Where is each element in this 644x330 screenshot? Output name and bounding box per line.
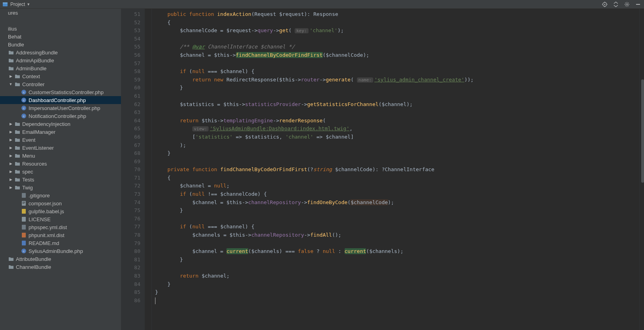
- tree-row[interactable]: ▶Context: [0, 72, 121, 80]
- tree-row[interactable]: .gitignore: [0, 191, 121, 199]
- twisty-icon[interactable]: ▶: [9, 178, 13, 181]
- gear-icon[interactable]: [624, 2, 630, 7]
- tree-row[interactable]: ▼Controller: [0, 80, 121, 88]
- tree-label: AdminBundle: [16, 66, 46, 71]
- tree-row[interactable]: ChannelBundle: [0, 263, 121, 271]
- collapse-icon[interactable]: [613, 2, 619, 7]
- project-dropdown[interactable]: Project ▼: [10, 2, 30, 7]
- tree-label: SyliusAdminBundle.php: [29, 248, 83, 254]
- tree-row[interactable]: phpspec.yml.dist: [0, 223, 121, 231]
- twisty-icon[interactable]: ▶: [9, 154, 13, 158]
- code-line[interactable]: {: [155, 19, 639, 27]
- tree-row[interactable]: ▶Twig: [0, 183, 121, 191]
- folder-icon: [8, 256, 14, 262]
- code-line[interactable]: if (null === $channel) {: [155, 223, 639, 231]
- tree-row[interactable]: CCustomerStatisticsController.php: [0, 88, 121, 96]
- tree-row[interactable]: CNotificationController.php: [0, 112, 121, 120]
- twisty-icon[interactable]: ▶: [9, 146, 13, 150]
- code-line[interactable]: /** @var ChannelInterface $channel */: [155, 43, 639, 51]
- code-line[interactable]: [155, 239, 639, 248]
- line-number: 60: [121, 84, 140, 92]
- code-line[interactable]: view:'SyliusAdminBundle:Dashboard:index.…: [155, 125, 639, 133]
- code-line[interactable]: return $this->templatingEngine->renderRe…: [155, 117, 639, 125]
- twisty-icon[interactable]: ▼: [9, 82, 13, 86]
- minimize-icon[interactable]: [635, 2, 641, 7]
- code-line[interactable]: }: [155, 256, 639, 264]
- tree-row[interactable]: AdminApiBundle: [0, 56, 121, 64]
- tree-row[interactable]: ▶spec: [0, 168, 121, 176]
- code-line[interactable]: [155, 297, 639, 305]
- code-line[interactable]: $channel = $this->findChannelByCodeOrFin…: [155, 51, 639, 60]
- tree-row[interactable]: LICENSE: [0, 215, 121, 223]
- code-line[interactable]: [155, 158, 639, 166]
- code-line[interactable]: }: [155, 206, 639, 215]
- code-line[interactable]: if (null !== $channelCode) {: [155, 190, 639, 199]
- code-line[interactable]: [155, 92, 639, 100]
- tree-row[interactable]: CImpersonateUserController.php: [0, 104, 121, 112]
- target-icon[interactable]: [602, 2, 608, 7]
- tree-row[interactable]: ilius: [0, 25, 121, 33]
- code-line[interactable]: private function findChannelByCodeOrFind…: [155, 166, 639, 174]
- code-line[interactable]: }: [155, 84, 639, 92]
- twisty-icon[interactable]: ▶: [9, 122, 13, 126]
- sidebar-scrollbar[interactable]: [641, 79, 644, 183]
- project-tree[interactable]: uresilius Behat BundleAddressingBundleAd…: [0, 9, 121, 330]
- tree-row[interactable]: composer.json: [0, 199, 121, 207]
- tree-row[interactable]: Behat: [0, 33, 121, 41]
- tree-row[interactable]: ▶EventListener: [0, 144, 121, 152]
- code-line[interactable]: );: [155, 141, 639, 150]
- fold-column[interactable]: [145, 9, 152, 330]
- twisty-icon[interactable]: ▶: [9, 74, 13, 78]
- code-line[interactable]: [155, 215, 639, 223]
- code-line[interactable]: public function indexAction(Request $req…: [155, 10, 639, 19]
- twisty-icon[interactable]: ▶: [9, 162, 13, 166]
- code-area[interactable]: public function indexAction(Request $req…: [152, 9, 639, 330]
- tree-row[interactable]: phpunit.xml.dist: [0, 231, 121, 239]
- tree-row[interactable]: AddressingBundle: [0, 48, 121, 56]
- code-line[interactable]: }: [155, 280, 639, 289]
- tree-row[interactable]: ▶DependencyInjection: [0, 120, 121, 128]
- tree-row[interactable]: ▶Event: [0, 136, 121, 144]
- twisty-icon[interactable]: ▶: [9, 170, 13, 174]
- code-line[interactable]: [155, 35, 639, 43]
- twisty-icon[interactable]: ▶: [9, 138, 13, 142]
- code-line[interactable]: ['statistics' => $statistics, 'channel' …: [155, 133, 639, 141]
- folder-icon: [14, 121, 21, 127]
- tree-row[interactable]: ▶Resources: [0, 160, 121, 168]
- tree-label: Event: [22, 137, 35, 143]
- tree-row[interactable]: ▶Tests: [0, 176, 121, 183]
- tree-row[interactable]: CDashboardController.php: [0, 96, 121, 104]
- tree-row[interactable]: ▶Menu: [0, 152, 121, 160]
- code-line[interactable]: $channel = null;: [155, 182, 639, 190]
- code-line[interactable]: $channel = current($channels) === false …: [155, 247, 639, 256]
- code-line[interactable]: $channel = $this->channelRepository->fin…: [155, 199, 639, 207]
- tree-row[interactable]: CSyliusAdminBundle.php: [0, 247, 121, 255]
- svg-text:C: C: [23, 91, 25, 94]
- code-line[interactable]: $channelCode = $request->query->get( key…: [155, 27, 639, 35]
- code-line[interactable]: return $channel;: [155, 272, 639, 280]
- code-line[interactable]: [155, 108, 639, 117]
- tree-row[interactable]: ▶EmailManager: [0, 128, 121, 136]
- tree-row[interactable]: Bundle: [0, 41, 121, 48]
- editor[interactable]: 5152535455565758596061626364656667686970…: [121, 9, 644, 330]
- code-line[interactable]: $channels = $this->channelRepository->fi…: [155, 231, 639, 239]
- tree-row[interactable]: ures: [0, 9, 121, 17]
- folder-icon: [8, 57, 14, 64]
- code-line[interactable]: }: [155, 149, 639, 158]
- code-line[interactable]: {: [155, 174, 639, 182]
- code-line[interactable]: }: [155, 288, 639, 297]
- code-line[interactable]: if (null === $channel) {: [155, 68, 639, 76]
- code-line[interactable]: [155, 60, 639, 68]
- tree-row[interactable]: AttributeBundle: [0, 255, 121, 263]
- tree-row[interactable]: [0, 17, 121, 25]
- param-hint: view:: [192, 126, 209, 131]
- tree-row[interactable]: AdminBundle: [0, 64, 121, 72]
- twisty-icon[interactable]: ▶: [9, 130, 13, 134]
- twisty-icon[interactable]: ▶: [9, 185, 13, 189]
- param-hint: name:: [357, 77, 373, 83]
- code-line[interactable]: return new RedirectResponse($this->route…: [155, 76, 639, 84]
- code-line[interactable]: $statistics = $this->statisticsProvider-…: [155, 100, 639, 109]
- tree-row[interactable]: gulpfile.babel.js: [0, 207, 121, 215]
- tree-row[interactable]: README.md: [0, 239, 121, 247]
- code-line[interactable]: [155, 264, 639, 272]
